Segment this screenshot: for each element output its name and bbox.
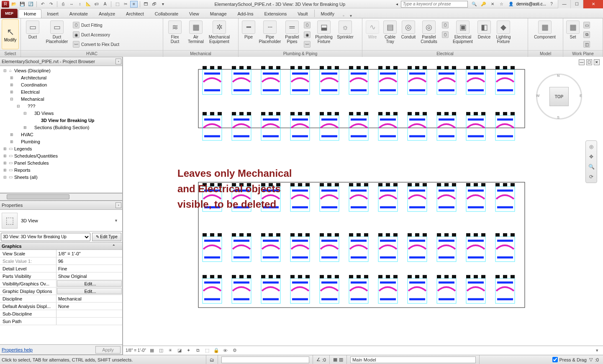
tree-node[interactable]: ⊞▭Reports [0, 166, 122, 173]
parallel-pipes-button[interactable]: ═ParallelPipes [283, 19, 301, 49]
shadows-icon[interactable]: ◪ [176, 347, 183, 354]
prop-value[interactable]: Show Original [56, 272, 122, 280]
project-browser-tree[interactable]: ⊟⌂Views (Discipline)⊞Architectural⊞Coord… [0, 66, 123, 193]
pipe-fitting-button[interactable]: ⬯ [302, 20, 312, 30]
tree-node[interactable]: 3D View for Breaking Up [0, 117, 122, 124]
view-maximize-icon[interactable]: ☐ [586, 59, 592, 65]
view-cube[interactable]: TOP N S E W [536, 74, 582, 120]
browser-close-icon[interactable]: ▫ [115, 59, 121, 64]
plot-icon[interactable]: ⎙ [59, 1, 67, 8]
maximize-button[interactable]: ☐ [570, 0, 583, 8]
pipe-placeholder-button[interactable]: ┄PipePlaceholder [258, 19, 282, 49]
open-icon[interactable]: 📂 [10, 1, 18, 8]
press-drag-toggle[interactable]: Press & Drag [552, 357, 586, 362]
undo-icon[interactable]: ↶ [39, 1, 46, 8]
drawing-canvas[interactable]: — ☐ ✕ [123, 57, 603, 355]
show-workplane-button[interactable]: ▭ [582, 20, 592, 30]
tree-node[interactable]: ⊞▭Legends [0, 145, 122, 152]
crop-region-icon[interactable]: ⬚ [204, 347, 210, 354]
property-row[interactable]: Sub-Discipline [0, 310, 122, 318]
lighting-fixture-button[interactable]: ◆LightingFixture [494, 19, 513, 49]
prop-value[interactable]: Mechanical [56, 295, 122, 302]
tab-home[interactable]: Home [18, 9, 41, 18]
pipe-button[interactable]: ━Pipe [240, 19, 257, 49]
tree-node[interactable]: ⊞Sections (Building Section) [0, 124, 122, 131]
ribbon-minimize-icon[interactable]: ▫ [340, 13, 347, 18]
set-workplane-button[interactable]: ▦Set [565, 19, 581, 49]
conduit-fitting-button[interactable]: ⬯ [440, 30, 450, 39]
redo-icon[interactable]: ↷ [47, 1, 55, 8]
tab-annotate[interactable]: Annotate [64, 9, 93, 18]
cable-tray-fitting-button[interactable]: ⬯ [440, 20, 450, 30]
help-icon[interactable]: ? [548, 1, 555, 8]
orbit-icon[interactable]: ⟳ [587, 173, 595, 181]
conduit-button[interactable]: ◎Conduit [399, 19, 418, 49]
workplane-viewer-button[interactable]: ◫ [582, 40, 592, 49]
instance-selector[interactable]: 3D View: 3D View for Breaking Up [1, 233, 90, 241]
lock3d-icon[interactable]: 🔒 [213, 347, 220, 354]
star-icon[interactable]: ☆ [498, 1, 505, 8]
tree-node[interactable]: ⊞Architectural [0, 74, 122, 81]
tag-icon[interactable]: 🏷 [93, 1, 100, 8]
full-nav-wheel-icon[interactable]: ◎ [587, 143, 595, 151]
measure-icon[interactable]: ↔ [68, 1, 75, 8]
app-menu-icon[interactable]: R [2, 1, 9, 8]
property-row[interactable]: Detail LevelFine [0, 265, 122, 272]
minimize-button[interactable]: — [558, 0, 570, 8]
tree-node[interactable]: ⊞Plumbing [0, 138, 122, 145]
detail-level-icon[interactable]: ▦ [149, 347, 155, 354]
pan-icon[interactable]: ✥ [587, 153, 595, 161]
electrical-equipment-button[interactable]: ▣ElectricalEquipment [451, 19, 475, 49]
plumbing-fixture-button[interactable]: ⬓PlumbingFixture [313, 19, 335, 49]
expand-icon[interactable]: ⊞ [9, 83, 14, 87]
tree-node[interactable]: ⊟3D Views [0, 109, 122, 117]
viewcube-face[interactable]: TOP [549, 87, 569, 106]
parallel-conduits-button[interactable]: ◎ParallelConduits [418, 19, 439, 49]
flex-duct-button[interactable]: ≋FlexDuct [165, 19, 185, 49]
tree-node[interactable]: ⊞▭Schedules/Quantities [0, 152, 122, 159]
ref-plane-button[interactable]: ⧉ [582, 30, 592, 39]
close-button[interactable]: ✕ [583, 0, 603, 8]
property-row[interactable]: Graphic Display OptionsEdit... [0, 288, 122, 295]
reveal-icon[interactable]: ⚙ [231, 347, 238, 354]
duct-accessory-button[interactable]: ◉Duct Accessory [71, 30, 121, 39]
properties-table[interactable]: Graphics⌃ View Scale1/8" = 1'-0"Scale Va… [0, 242, 123, 345]
section-icon[interactable]: ✂ [122, 1, 129, 8]
view-minimize-icon[interactable]: — [579, 59, 585, 65]
active-workset-dropdown[interactable] [221, 356, 309, 363]
prop-value[interactable]: Edit... [57, 288, 122, 294]
property-row[interactable]: Scale Value 1:96 [0, 257, 122, 265]
air-terminal-button[interactable]: ▦AirTerminal [186, 19, 206, 49]
tree-node[interactable]: ⊟Mechanical [0, 95, 122, 102]
pipe-accessory-button[interactable]: ◉ [302, 30, 312, 39]
expand-icon[interactable]: ⊟ [3, 69, 8, 73]
tab-architect[interactable]: Architect [121, 9, 149, 18]
dir-s[interactable]: S [557, 115, 559, 120]
expand-icon[interactable]: ⊞ [3, 154, 8, 158]
flex-pipe-button[interactable]: 〰 [302, 40, 312, 49]
tab-collaborate[interactable]: Collaborate [149, 9, 184, 18]
expand-icon[interactable]: ⊞ [3, 168, 8, 172]
expand-icon[interactable]: ⊞ [9, 90, 14, 94]
switch-windows-icon[interactable]: 🗗 [151, 1, 158, 8]
temp-hide-icon[interactable]: 👁 [222, 347, 229, 354]
modify-button[interactable]: ↖Modify [2, 19, 19, 49]
prop-value[interactable]: 96 [56, 257, 122, 265]
tree-node[interactable]: ⊞Electrical [0, 88, 122, 95]
prop-value[interactable]: Edit... [57, 280, 122, 287]
search-input[interactable] [401, 1, 468, 8]
viewbar-expand-icon[interactable]: ▾ [594, 347, 600, 354]
duct-placeholder-button[interactable]: ▭DuctPlaceholder [44, 19, 70, 49]
cable-tray-button[interactable]: ▤CableTray [382, 19, 398, 49]
expand-icon[interactable]: ⊟ [9, 97, 14, 101]
component-button[interactable]: ▦Component [530, 19, 560, 49]
save-icon[interactable]: 💾 [18, 1, 26, 8]
property-row[interactable]: View Scale1/8" = 1'-0" [0, 250, 122, 257]
prop-value[interactable] [56, 310, 122, 317]
expand-icon[interactable]: ⊟ [3, 175, 8, 179]
user-icon[interactable]: 👤 [507, 1, 515, 8]
tab-analyze[interactable]: Analyze [93, 9, 121, 18]
thin-lines-icon[interactable]: ≡ [130, 1, 138, 8]
app-tab[interactable]: MEP [1, 9, 18, 18]
expand-icon[interactable]: ⊞ [9, 132, 14, 137]
